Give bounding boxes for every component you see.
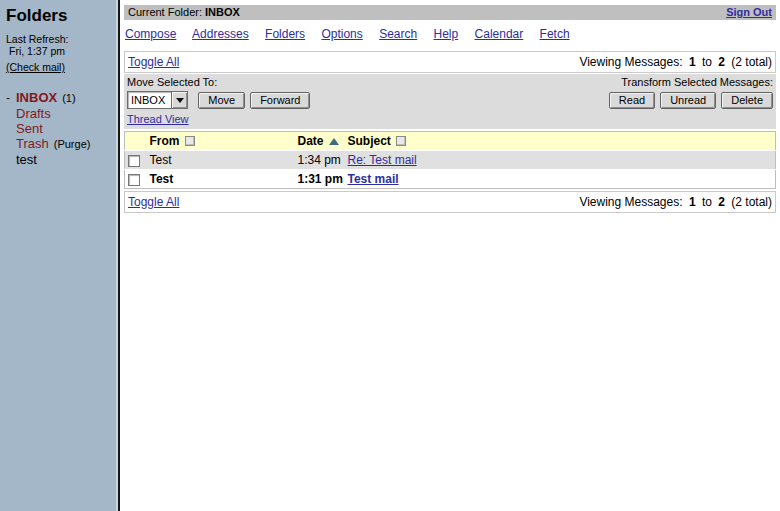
checkbox-column-header (125, 132, 147, 151)
viewing-to: 2 (718, 55, 725, 69)
sidebar-title: Folders (6, 6, 112, 26)
viewing-messages: Viewing Messages: 1 to 2 (2 total) (579, 55, 772, 69)
pager-bottom: Toggle All Viewing Messages: 1 to 2 (2 t… (124, 191, 776, 213)
main-menu: Compose Addresses Folders Options Search… (124, 20, 776, 51)
message-subject-link[interactable]: Re: Test mail (348, 153, 417, 167)
message-checkbox[interactable] (128, 155, 140, 167)
menu-help[interactable]: Help (434, 27, 459, 41)
date-header-label: Date (298, 134, 324, 148)
folder-select-value: INBOX (128, 92, 171, 108)
message-date: 1:31 pm (295, 170, 345, 189)
folder-list: - INBOX (1) Drafts Sent Trash (Purge) te… (6, 90, 112, 167)
message-from: Test (147, 151, 295, 170)
menu-options[interactable]: Options (321, 27, 362, 41)
message-subject-link[interactable]: Test mail (348, 172, 399, 186)
folder-select[interactable]: INBOX (127, 91, 188, 109)
subject-header-label: Subject (348, 134, 391, 148)
date-column-header[interactable]: Date (295, 132, 345, 151)
sort-ascending-icon[interactable] (329, 138, 339, 145)
folder-item-sent: Sent (6, 121, 112, 136)
folder-item-drafts: Drafts (6, 106, 112, 121)
viewing-label: Viewing Messages: (579, 195, 682, 209)
last-refresh-label: Last Refresh: (6, 33, 112, 45)
message-from: Test (147, 170, 295, 189)
forward-button[interactable]: Forward (250, 92, 310, 109)
last-refresh-time: Fri, 1:37 pm (6, 45, 112, 57)
pager-top: Toggle All Viewing Messages: 1 to 2 (2 t… (124, 51, 776, 73)
folder-item-trash: Trash (Purge) (6, 136, 112, 152)
viewing-to-word: to (702, 195, 712, 209)
toggle-all-link[interactable]: Toggle All (128, 195, 179, 209)
folder-link-test[interactable]: test (16, 152, 37, 167)
menu-compose[interactable]: Compose (125, 27, 176, 41)
folder-link-trash[interactable]: Trash (16, 136, 49, 151)
viewing-from: 1 (689, 195, 696, 209)
viewing-total: (2 total) (731, 55, 772, 69)
message-list-header: From Date Subject (125, 132, 776, 151)
folder-link-inbox[interactable]: INBOX (16, 90, 57, 105)
check-mail-link[interactable]: (Check mail) (6, 61, 65, 73)
unread-count-badge: (1) (62, 91, 75, 106)
current-folder-label: Current Folder: (128, 6, 202, 18)
menu-search[interactable]: Search (379, 27, 417, 41)
folder-link-sent[interactable]: Sent (16, 121, 43, 136)
current-folder-bar: Current Folder:INBOX Sign Out (124, 5, 776, 20)
read-button[interactable]: Read (609, 92, 655, 109)
menu-addresses[interactable]: Addresses (192, 27, 249, 41)
last-refresh: Last Refresh: Fri, 1:37 pm (6, 33, 112, 57)
folder-item-inbox: - INBOX (1) (6, 90, 112, 106)
viewing-messages: Viewing Messages: 1 to 2 (2 total) (579, 195, 772, 209)
folder-sidebar: Folders Last Refresh: Fri, 1:37 pm (Chec… (0, 0, 118, 511)
menu-fetch[interactable]: Fetch (540, 27, 570, 41)
message-row: Test 1:34 pm Re: Test mail (125, 151, 776, 170)
viewing-label: Viewing Messages: (579, 55, 682, 69)
current-folder: Current Folder:INBOX (128, 6, 240, 18)
sign-out-link[interactable]: Sign Out (726, 6, 772, 18)
message-row: Test 1:31 pm Test mail (125, 170, 776, 189)
menu-calendar[interactable]: Calendar (475, 27, 524, 41)
message-date: 1:34 pm (295, 151, 345, 170)
transform-selected-label: Transform Selected Messages: (621, 76, 773, 88)
move-selected-label: Move Selected To: (127, 76, 217, 88)
from-column-header[interactable]: From (147, 132, 295, 151)
select-dropdown-button[interactable] (171, 92, 187, 108)
folder-link-drafts[interactable]: Drafts (16, 106, 51, 121)
subject-column-header[interactable]: Subject (345, 132, 776, 151)
message-list-table: From Date Subject Test 1:34 pm Re: Test … (124, 131, 776, 189)
webmail-app: Folders Last Refresh: Fri, 1:37 pm (Chec… (0, 0, 780, 511)
purge-link[interactable]: (Purge) (54, 137, 91, 152)
message-toolbar: Move Selected To: Transform Selected Mes… (124, 74, 776, 129)
viewing-from: 1 (689, 55, 696, 69)
viewing-total: (2 total) (731, 195, 772, 209)
sort-from-icon[interactable] (185, 136, 195, 146)
toggle-all-link[interactable]: Toggle All (128, 55, 179, 69)
main-pane: Current Folder:INBOX Sign Out Compose Ad… (120, 0, 780, 511)
unread-button[interactable]: Unread (660, 92, 716, 109)
viewing-to: 2 (718, 195, 725, 209)
move-button[interactable]: Move (198, 92, 245, 109)
from-header-label: From (150, 134, 180, 148)
thread-view-link[interactable]: Thread View (127, 113, 189, 125)
delete-button[interactable]: Delete (721, 92, 773, 109)
current-folder-value: INBOX (205, 6, 240, 18)
menu-folders[interactable]: Folders (265, 27, 305, 41)
message-checkbox[interactable] (128, 174, 140, 186)
collapse-dash-icon[interactable]: - (6, 91, 16, 106)
chevron-down-icon (176, 98, 184, 103)
folder-item-test: test (6, 152, 112, 167)
viewing-to-word: to (702, 55, 712, 69)
sort-subject-icon[interactable] (396, 136, 406, 146)
